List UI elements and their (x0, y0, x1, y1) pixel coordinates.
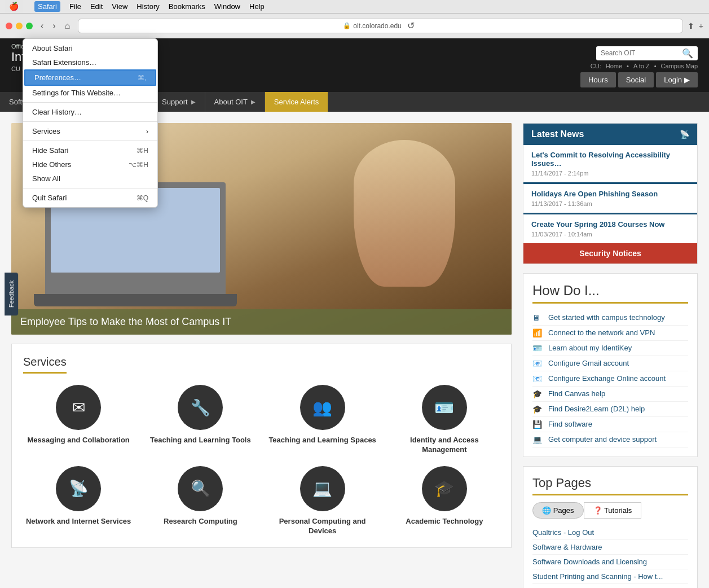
login-button[interactable]: Login ▶ (656, 72, 698, 87)
service-research[interactable]: 🔍 Research Computing (145, 466, 256, 536)
clear-history-item[interactable]: Clear History… (23, 105, 157, 119)
safari-menu[interactable]: Safari (34, 1, 60, 12)
how-item-8[interactable]: 💾 Find software (532, 417, 688, 432)
identikey-icon: 🪪 (532, 344, 544, 353)
service-personal-computing[interactable]: 💻 Personal Computing and Devices (267, 466, 378, 536)
hero-caption: Employee Tips to Make the Most of Campus… (11, 309, 512, 335)
service-identity[interactable]: 🪪 Identity and Access Management (389, 385, 500, 455)
how-item-6-label: Find Canvas help (548, 389, 605, 398)
home-link[interactable]: Home (606, 63, 622, 69)
top-link-3[interactable]: Software Downloads and Licensing (532, 555, 688, 569)
academic-tech-label: Academic Technology (406, 517, 483, 526)
search-input[interactable] (601, 49, 680, 57)
how-item-3-label: Learn about my IdentiKey (548, 344, 632, 352)
search-icon[interactable]: 🔍 (682, 48, 693, 59)
share-button[interactable]: ⬆ (688, 21, 694, 30)
service-academic-tech[interactable]: 🎓 Academic Technology (389, 466, 500, 536)
bookmarks-menu[interactable]: Bookmarks (169, 2, 205, 11)
top-pages-tabs: 🌐 Pages ❓ Tutorials (532, 502, 688, 519)
about-safari-item[interactable]: About Safari (23, 41, 157, 55)
hero-caption-text: Employee Tips to Make the Most of Campus… (20, 316, 231, 327)
service-messaging[interactable]: ✉ Messaging and Collaboration (23, 385, 134, 455)
window-menu[interactable]: Window (214, 2, 240, 11)
search-bar[interactable]: 🔍 (596, 46, 698, 60)
history-menu[interactable]: History (136, 2, 159, 11)
campus-map-link[interactable]: Campus Map (661, 63, 698, 69)
network-label: Network and Internet Services (26, 517, 131, 526)
how-item-7-label: Find Desire2Learn (D2L) help (548, 405, 645, 413)
service-network[interactable]: 📡 Network and Internet Services (23, 466, 134, 536)
hide-others-item[interactable]: Hide Others ⌥⌘H (23, 157, 157, 172)
minimize-window-button[interactable] (16, 23, 23, 29)
news-date-2: 11/13/2017 - 11:36am (531, 200, 689, 207)
top-link-4[interactable]: Student Printing and Scanning - How t... (532, 569, 688, 584)
edit-menu[interactable]: Edit (90, 2, 103, 11)
software-icon: 💾 (532, 420, 544, 429)
service-teaching-tools[interactable]: 🔧 Teaching and Learning Tools (145, 385, 256, 455)
computer-support-icon: 💻 (532, 435, 544, 444)
new-tab-button[interactable]: + (699, 21, 703, 30)
personal-computing-icon: 💻 (300, 466, 345, 511)
tutorials-tab[interactable]: ❓ Tutorials (584, 502, 642, 519)
top-link-2[interactable]: Software & Hardware (532, 540, 688, 555)
back-button[interactable]: ‹ (37, 20, 47, 32)
how-item-2[interactable]: 📶 Connect to the network and VPN (532, 326, 688, 341)
how-item-5[interactable]: 📧 Configure Exchange Online account (532, 371, 688, 387)
feedback-tab[interactable]: Feedback (5, 273, 18, 315)
pages-tab[interactable]: 🌐 Pages (532, 502, 584, 519)
messaging-icon: ✉ (56, 385, 101, 430)
address-bar[interactable]: 🔒 oit.colorado.edu ↺ (78, 19, 682, 33)
research-icon: 🔍 (178, 466, 223, 511)
services-item[interactable]: Services › (23, 124, 157, 138)
settings-for-website-item[interactable]: Settings for This Website… (23, 86, 157, 100)
how-item-1[interactable]: 🖥 Get started with campus technology (532, 310, 688, 326)
atoz-link[interactable]: A to Z (633, 63, 650, 69)
hours-button[interactable]: Hours (580, 72, 616, 87)
forward-button[interactable]: › (49, 20, 59, 32)
reload-button[interactable]: ↺ (404, 19, 418, 32)
preferences-item[interactable]: Preferences… ⌘, (24, 69, 156, 86)
social-button[interactable]: Social (618, 72, 654, 87)
news-title-2[interactable]: Holidays Are Open Phishing Season (531, 190, 689, 198)
nav-support-arrow-icon: ▶ (191, 99, 196, 105)
quit-safari-shortcut: ⌘Q (136, 194, 148, 202)
service-teaching-spaces[interactable]: 👥 Teaching and Learning Spaces (267, 385, 378, 455)
tutorials-help-icon: ❓ (593, 506, 602, 515)
file-menu[interactable]: File (69, 2, 81, 11)
apple-menu[interactable]: 🍎 (5, 0, 23, 14)
quit-safari-item[interactable]: Quit Safari ⌘Q (23, 191, 157, 205)
how-item-6[interactable]: 🎓 Find Canvas help (532, 387, 688, 402)
rss-icon[interactable]: 📡 (680, 130, 689, 139)
news-panel: Latest News 📡 Let's Commit to Resolving … (523, 123, 698, 264)
view-menu[interactable]: View (112, 2, 127, 11)
news-title-1[interactable]: Let's Commit to Resolving Accessibility … (531, 151, 689, 168)
header-right: 🔍 CU: Home • A to Z • Campus Map (591, 46, 698, 69)
hide-safari-item[interactable]: Hide Safari ⌘H (23, 143, 157, 157)
identity-label: Identity and Access Management (389, 436, 500, 455)
top-link-1[interactable]: Qualtrics - Log Out (532, 525, 688, 540)
how-item-3[interactable]: 🪪 Learn about my IdentiKey (532, 341, 688, 356)
home-button[interactable]: ⌂ (61, 20, 74, 32)
top-link-5[interactable]: Federated Identity Service - Help (532, 584, 688, 588)
url-text: oit.colorado.edu (353, 22, 401, 30)
fullscreen-window-button[interactable] (26, 23, 33, 29)
show-all-item[interactable]: Show All (23, 172, 157, 186)
news-title-3[interactable]: Create Your Spring 2018 Courses Now (531, 220, 689, 229)
how-item-9[interactable]: 💻 Get computer and device support (532, 432, 688, 447)
separator-4 (23, 188, 157, 188)
pages-globe-icon: 🌐 (542, 506, 551, 515)
teaching-tools-label: Teaching and Learning Tools (150, 436, 251, 445)
security-notices-button[interactable]: Security Notices (523, 243, 697, 264)
nav-support[interactable]: Support ▶ (153, 92, 205, 112)
nav-about-oit[interactable]: About OIT ▶ (205, 92, 265, 112)
how-item-7[interactable]: 🎓 Find Desire2Learn (D2L) help (532, 402, 688, 417)
how-item-4[interactable]: 📧 Configure Gmail account (532, 356, 688, 371)
content-right: Latest News 📡 Let's Commit to Resolving … (523, 123, 698, 588)
nav-service-alerts[interactable]: Service Alerts (265, 92, 328, 112)
hide-safari-shortcut: ⌘H (136, 147, 148, 155)
help-menu[interactable]: Help (249, 2, 265, 11)
close-window-button[interactable] (6, 23, 12, 29)
login-arrow-icon: ▶ (684, 76, 690, 84)
gmail-icon: 📧 (532, 359, 544, 368)
safari-extensions-item[interactable]: Safari Extensions… (23, 55, 157, 69)
